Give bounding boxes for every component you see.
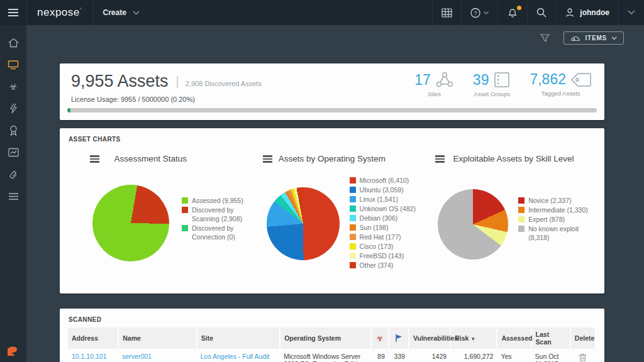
sidebar-item-policies[interactable] bbox=[0, 97, 26, 119]
scanned-card: SCANNED Address Name Site Operating Syst… bbox=[60, 309, 604, 362]
list-icon bbox=[8, 192, 19, 200]
col-exploits[interactable] bbox=[389, 327, 409, 349]
notifications-icon[interactable] bbox=[497, 0, 527, 25]
col-assessed[interactable]: Assessed bbox=[497, 327, 531, 349]
legend-swatch bbox=[182, 207, 188, 213]
sidebar-item-home[interactable] bbox=[0, 31, 26, 53]
exploitable-assets-chart: Exploitable Assets by Skill Level Novice… bbox=[423, 128, 604, 293]
name-link[interactable]: server001 bbox=[118, 349, 196, 362]
sidebar-item-shared-links[interactable] bbox=[0, 163, 26, 185]
vulnerability-icon: ☣ bbox=[376, 334, 384, 343]
chart-title: Exploitable Assets by Skill Level bbox=[453, 154, 574, 163]
col-name[interactable]: Name bbox=[118, 327, 196, 349]
col-last-scan[interactable]: Last Scan bbox=[531, 327, 570, 349]
os-cell: Microsoft Windows Server 2003 R2, Enterp… bbox=[280, 349, 371, 362]
legend-item: No known exploit (8,318) bbox=[518, 224, 594, 242]
create-button[interactable]: Create bbox=[93, 0, 148, 25]
sidebar-item-administration[interactable] bbox=[0, 185, 26, 207]
stat-tagged-assets[interactable]: 7,862 Tagged Assets bbox=[530, 71, 592, 97]
biohazard-icon: ☣ bbox=[9, 81, 17, 92]
items-icon bbox=[570, 35, 580, 41]
home-icon bbox=[8, 38, 19, 48]
user-icon bbox=[565, 8, 575, 18]
username: johndoe bbox=[580, 8, 609, 17]
chevron-down-icon bbox=[611, 36, 617, 40]
legend-swatch bbox=[350, 215, 356, 221]
address-link[interactable]: 10.1.10.101 bbox=[68, 349, 118, 362]
chart-menu-icon[interactable] bbox=[90, 154, 99, 164]
legend-item: Debian (306) bbox=[350, 214, 433, 222]
assets-by-os-chart: Assets by Operating System Microsoft (6,… bbox=[242, 128, 423, 293]
legend-item: Ubuntu (3,059) bbox=[350, 185, 433, 194]
legend-swatch bbox=[518, 216, 525, 222]
license-usage: License Usage: 9955 / 5000000 (0.20%) bbox=[71, 96, 195, 103]
sidebar-item-assets[interactable] bbox=[0, 53, 26, 75]
rapid7-logo[interactable] bbox=[6, 345, 19, 357]
last-scan-cell: Sun Oct 11 2015 bbox=[531, 349, 570, 362]
legend-swatch bbox=[350, 196, 356, 202]
col-operating-system[interactable]: Operating System bbox=[280, 327, 371, 349]
legend-item: Sun (198) bbox=[350, 223, 433, 232]
tag-icon bbox=[570, 72, 592, 88]
malware-count: 89 bbox=[371, 349, 389, 362]
legend-item: Red Hat (177) bbox=[350, 233, 433, 241]
chart-menu-icon[interactable] bbox=[435, 154, 445, 164]
delete-button[interactable] bbox=[570, 349, 596, 362]
assets-monitor-icon bbox=[8, 60, 19, 70]
col-delete[interactable]: Delete bbox=[570, 327, 596, 349]
filter-icon[interactable] bbox=[540, 34, 550, 43]
sidebar-item-vulnerabilities[interactable]: ☣ bbox=[0, 75, 26, 97]
left-sidebar: ☣ bbox=[0, 25, 26, 362]
legend-item: Other (374) bbox=[350, 261, 433, 270]
assessment-status-chart: Assessment Status Assessed (9,955)Discov… bbox=[60, 128, 242, 293]
discovered-assets: 2,908 Discovered Assets bbox=[186, 80, 262, 87]
legend-item: FreeBSD (143) bbox=[350, 251, 433, 260]
col-address[interactable]: Address bbox=[68, 327, 118, 349]
sidebar-item-reports[interactable] bbox=[0, 141, 26, 163]
legend-swatch bbox=[350, 224, 356, 231]
section-title-scanned: SCANNED bbox=[69, 316, 101, 323]
summary-stats: 17 Sites 39 Asset Groups 7,862 Tagged As… bbox=[414, 71, 592, 97]
user-menu[interactable]: johndoe bbox=[555, 0, 618, 25]
stat-sites[interactable]: 17 Sites bbox=[414, 71, 454, 97]
stat-asset-groups[interactable]: 39 Asset Groups bbox=[473, 71, 511, 97]
menu-icon[interactable] bbox=[0, 0, 26, 25]
vulnerabilities-count: 1429 bbox=[409, 349, 450, 362]
chevron-down-icon bbox=[133, 11, 140, 15]
exploit-icon bbox=[394, 334, 402, 343]
legend-swatch bbox=[518, 197, 525, 204]
chart-legend: Microsoft (6,410)Ubuntu (3,059)Linux (1,… bbox=[350, 176, 433, 270]
award-icon bbox=[9, 125, 18, 136]
exploit-count: 339 bbox=[389, 349, 409, 362]
col-site[interactable]: Site bbox=[197, 327, 280, 349]
chart-menu-icon[interactable] bbox=[263, 154, 272, 164]
page-toolbar: ITEMS bbox=[540, 31, 624, 45]
site-link[interactable]: Los Angeles - Full Audit bbox=[197, 349, 280, 362]
items-button[interactable]: ITEMS bbox=[564, 31, 624, 45]
sidebar-item-certifications[interactable] bbox=[0, 119, 26, 141]
legend-swatch bbox=[350, 262, 356, 268]
chart-legend: Novice (2,337)Intermediate (1,330)Expert… bbox=[518, 196, 594, 243]
search-icon[interactable] bbox=[527, 0, 555, 25]
pie-assessment-status[interactable] bbox=[92, 185, 169, 261]
nexpose-logo[interactable]: nexpose° bbox=[26, 0, 93, 25]
navbar-spacer bbox=[148, 0, 432, 25]
col-vulnerabilities[interactable]: Vulnerabilities bbox=[409, 327, 450, 349]
legend-swatch bbox=[182, 225, 188, 231]
report-chart-icon bbox=[8, 148, 19, 157]
pie-exploitable-assets[interactable] bbox=[438, 189, 508, 260]
scanned-table-body: 10.1.10.101server001Los Angeles - Full A… bbox=[68, 349, 596, 362]
apps-icon[interactable] bbox=[432, 0, 461, 25]
legend-item: Cisco (173) bbox=[350, 242, 433, 251]
col-risk[interactable]: Risk▼ bbox=[450, 327, 497, 349]
legend-item: Unknown OS (482) bbox=[350, 204, 433, 213]
help-icon[interactable]: ? bbox=[461, 0, 497, 25]
legend-swatch bbox=[518, 207, 525, 213]
user-chevron-icon[interactable] bbox=[618, 0, 644, 25]
pie-assets-by-os[interactable] bbox=[267, 187, 340, 260]
legend-item: Novice (2,337) bbox=[518, 196, 594, 205]
legend-item: Linux (1,541) bbox=[350, 195, 433, 204]
col-malware-kits[interactable]: ☣ bbox=[371, 327, 389, 349]
legend-swatch bbox=[350, 243, 356, 250]
asset-groups-icon bbox=[493, 71, 511, 89]
